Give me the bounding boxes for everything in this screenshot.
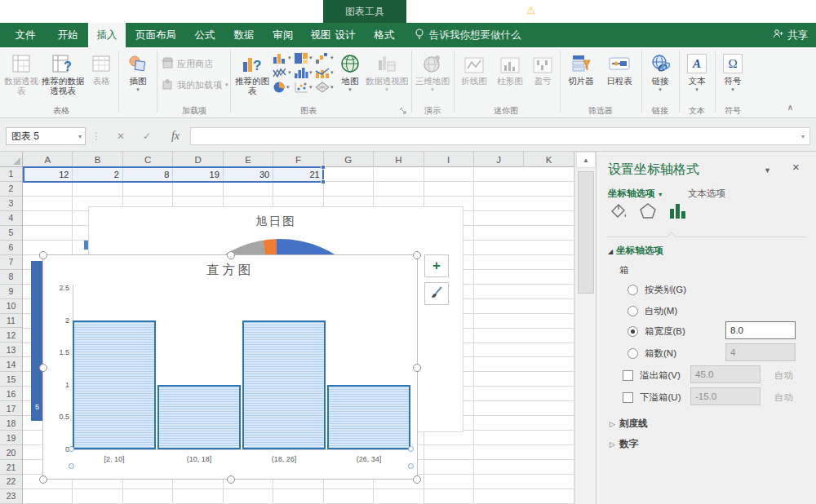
column-header-I[interactable]: I — [424, 152, 474, 167]
row-header-19[interactable]: 19 — [0, 431, 22, 445]
maximize-button[interactable]: □ — [744, 0, 780, 23]
row-header-8[interactable]: 8 — [0, 270, 22, 285]
insert-column-chart-button[interactable]: ▾ — [273, 52, 291, 64]
tab-chart-format[interactable]: 格式 — [366, 23, 403, 47]
timeline-button[interactable]: 日程表 — [601, 49, 638, 86]
row-header-15[interactable]: 15 — [0, 372, 22, 387]
undo-icon[interactable]: ↶▾ — [25, 3, 38, 20]
cell-D1[interactable]: 19 — [173, 167, 223, 182]
histogram-chart[interactable]: 直方图 [2, 10](10, 18](18, 26](26, 34]00.51… — [42, 254, 418, 480]
histogram-chart-title[interactable]: 直方图 — [43, 262, 417, 279]
minimize-button[interactable]: ─ — [708, 0, 744, 23]
option-bin-count[interactable]: 箱数(N) — [628, 347, 676, 360]
radio-by-category[interactable] — [628, 285, 638, 295]
row-header-6[interactable]: 6 — [0, 241, 22, 255]
row-header-9[interactable]: 9 — [0, 285, 22, 299]
chart-handle[interactable] — [39, 364, 47, 372]
insert-waterfall-chart-button[interactable]: ▾ — [315, 52, 334, 64]
formula-input[interactable]: ▾ — [190, 127, 810, 145]
enter-icon[interactable]: ✓ — [139, 127, 155, 145]
scroll-up-icon[interactable]: ▲ — [576, 152, 596, 168]
chart-handle[interactable] — [413, 475, 421, 484]
insert-surface-chart-button[interactable]: ▾ — [315, 82, 334, 93]
tab-home[interactable]: 开始 — [49, 23, 86, 47]
axis-options-chart-icon[interactable] — [668, 202, 688, 223]
effects-pentagon-icon[interactable] — [639, 202, 657, 223]
row-header-10[interactable]: 10 — [0, 299, 22, 314]
axis-handle[interactable] — [408, 446, 414, 452]
chart-styles-button[interactable] — [424, 282, 449, 305]
recommended-charts-button[interactable]: ? 推荐的图表 — [233, 49, 271, 95]
row-header-7[interactable]: 7 — [0, 255, 22, 270]
recommended-pivottables-button[interactable]: ? 推荐的数据透视表 — [39, 49, 86, 95]
histogram-bar[interactable] — [157, 385, 241, 449]
insert-pie-chart-button[interactable]: ▾ — [273, 82, 290, 93]
row-header-23[interactable]: 23 — [0, 489, 22, 504]
histogram-bar[interactable] — [242, 321, 326, 449]
insert-statistic-chart-button[interactable]: ▾ — [294, 67, 313, 78]
insert-function-icon[interactable]: fx — [166, 127, 185, 145]
row-header-13[interactable]: 13 — [0, 343, 22, 357]
chart-handle[interactable] — [413, 364, 421, 372]
pane-tab-axis-options[interactable]: 坐标轴选项 ▼ — [608, 188, 663, 200]
chart-handle[interactable] — [227, 475, 235, 484]
radio-bin-width[interactable] — [628, 326, 638, 337]
section-axis-options[interactable]: ◢坐标轴选项 — [608, 245, 663, 257]
option-underflow[interactable]: 下溢箱(U) — [623, 391, 681, 404]
section-tick-marks[interactable]: ▷刻度线 — [610, 418, 647, 430]
column-header-F[interactable]: F — [273, 152, 323, 167]
histogram-bar[interactable] — [327, 385, 410, 449]
row-header-2[interactable]: 2 — [0, 182, 22, 197]
tell-me-box[interactable]: 告诉我你想要做什么 — [415, 23, 521, 47]
underflow-checkbox[interactable] — [623, 392, 633, 403]
axis-handle[interactable] — [69, 446, 74, 452]
column-header-E[interactable]: E — [224, 152, 273, 167]
radio-automatic[interactable] — [628, 306, 638, 316]
fill-bucket-icon[interactable] — [610, 202, 628, 223]
customize-qat-icon[interactable]: ▾ — [63, 8, 66, 15]
row-header-16[interactable]: 16 — [0, 387, 22, 401]
row-header-21[interactable]: 21 — [0, 460, 22, 475]
close-button[interactable]: × — [780, 0, 816, 23]
column-header-K[interactable]: K — [524, 152, 574, 167]
row-header-4[interactable]: 4 — [0, 211, 22, 226]
chart-handle[interactable] — [227, 251, 235, 259]
chart-handle[interactable] — [39, 475, 47, 484]
column-header-H[interactable]: H — [374, 152, 424, 167]
axis-handle[interactable] — [408, 463, 414, 469]
row-header-18[interactable]: 18 — [0, 416, 22, 431]
row-header-20[interactable]: 20 — [0, 445, 22, 460]
maps-button[interactable]: 地图 ▾ — [336, 49, 364, 93]
pane-tab-text-options[interactable]: 文本选项 — [688, 188, 725, 200]
cancel-icon[interactable]: ✕ — [113, 127, 129, 145]
histogram-bar[interactable] — [73, 321, 156, 449]
collapse-ribbon-icon[interactable]: ∧ — [787, 103, 793, 112]
cell-F1[interactable]: 21 — [273, 167, 323, 182]
link-button[interactable]: 链接 ▾ — [645, 49, 676, 93]
vertical-scrollbar[interactable]: ▲ — [574, 152, 596, 504]
cell-A1[interactable]: 12 — [23, 167, 73, 182]
column-header-G[interactable]: G — [324, 152, 374, 167]
option-by-category[interactable]: 按类别(G) — [628, 284, 686, 296]
column-header-B[interactable]: B — [73, 152, 122, 167]
cell-C1[interactable]: 8 — [123, 167, 173, 182]
column-header-C[interactable]: C — [123, 152, 173, 167]
bin-width-input[interactable] — [725, 321, 796, 339]
pane-close-icon[interactable]: × — [792, 160, 800, 174]
name-box-dropdown-icon[interactable]: ▾ — [78, 133, 82, 140]
illustrations-button[interactable]: 插图 ▾ — [122, 49, 154, 93]
chart-handle[interactable] — [39, 251, 47, 259]
column-header-J[interactable]: J — [474, 152, 524, 167]
insert-scatter-chart-button[interactable]: ▾ — [294, 82, 313, 93]
name-box[interactable]: 图表 5 ▾ — [6, 127, 86, 145]
tab-chart-design[interactable]: 设计 — [326, 23, 364, 47]
row-header-14[interactable]: 14 — [0, 357, 22, 372]
row-header-22[interactable]: 22 — [0, 475, 22, 489]
tab-review[interactable]: 审阅 — [264, 23, 302, 47]
axis-handle[interactable] — [69, 463, 74, 469]
tab-data[interactable]: 数据 — [225, 23, 263, 47]
section-number[interactable]: ▷数字 — [610, 438, 638, 450]
row-header-12[interactable]: 12 — [0, 328, 22, 343]
radio-bin-count[interactable] — [628, 348, 638, 359]
background-bar[interactable]: 5 — [31, 261, 43, 421]
